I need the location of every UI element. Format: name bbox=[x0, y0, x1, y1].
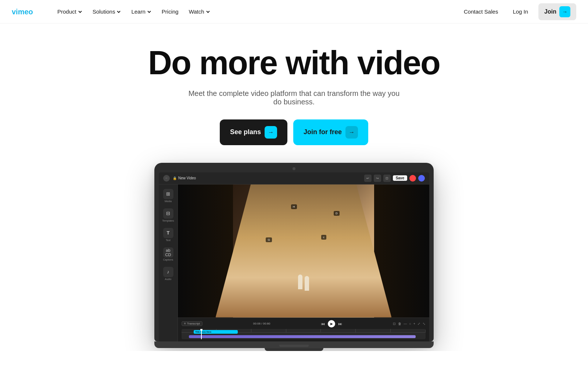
skip-back-button[interactable]: ⏮ bbox=[321, 322, 325, 326]
join-free-arrow-icon: → bbox=[345, 126, 358, 139]
save-button[interactable]: Save bbox=[393, 175, 407, 181]
clip-label: Title Goes Here bbox=[195, 331, 211, 333]
undo-button[interactable]: ↩ bbox=[364, 175, 372, 182]
zoom-out-icon[interactable]: — bbox=[404, 322, 407, 326]
watch-chevron-icon bbox=[206, 10, 210, 14]
join-arrow-icon: → bbox=[559, 6, 570, 17]
playhead-dot bbox=[200, 329, 202, 331]
label-d: D bbox=[334, 211, 340, 216]
zoom-slider[interactable]: ○ bbox=[409, 322, 411, 326]
laptop-hinge bbox=[279, 345, 309, 347]
screen-inner: ← 🔒 New Video ↩ ↪ ⊡ Save bbox=[159, 172, 429, 341]
video-background: H G D c bbox=[178, 184, 429, 318]
play-button[interactable]: ▶ bbox=[328, 320, 335, 327]
camera-dot bbox=[293, 167, 295, 170]
label-h: H bbox=[291, 204, 297, 209]
text-icon: T bbox=[163, 228, 173, 238]
lock-icon: 🔒 bbox=[173, 176, 177, 180]
hero-title: Do more with video bbox=[148, 46, 440, 80]
corridor-inner bbox=[216, 184, 392, 318]
figures bbox=[298, 275, 309, 291]
see-plans-button[interactable]: See plans → bbox=[220, 119, 287, 145]
laptop-base bbox=[154, 341, 434, 348]
media-icon: ⊞ bbox=[163, 189, 173, 199]
laptop-screen: ← 🔒 New Video ↩ ↪ ⊡ Save bbox=[159, 172, 429, 341]
audio-icon: ♪ bbox=[163, 267, 173, 277]
nav-links: Product Solutions Learn Pricing Watch bbox=[53, 6, 459, 18]
logo[interactable]: vimeo bbox=[12, 7, 41, 17]
hero-buttons: See plans → Join for free → bbox=[220, 119, 368, 145]
timeline-right-controls: ⊡ 🗑 — ○ + ⤢ ⤡ bbox=[393, 322, 426, 326]
redo-button[interactable]: ↪ bbox=[374, 175, 381, 182]
nav-right: Contact Sales Log In Join → bbox=[459, 3, 576, 20]
video-canvas: H G D c bbox=[178, 184, 429, 318]
lock-indicator: 🔒 New Video bbox=[173, 176, 196, 180]
hero-section: Do more with video Meet the complete vid… bbox=[0, 24, 588, 351]
captions-tool[interactable]: abCD Captions bbox=[163, 247, 173, 261]
product-chevron-icon bbox=[78, 10, 82, 14]
zoom-in-icon[interactable]: + bbox=[413, 322, 415, 326]
timeline: ≡ Transcript 00:06 / 00:80 ⏮ ▶ ⏭ bbox=[178, 318, 429, 341]
captions-icon: abCD bbox=[163, 247, 173, 258]
templates-tool[interactable]: ⊟ Templates bbox=[162, 208, 174, 222]
join-button[interactable]: Join → bbox=[538, 3, 576, 20]
media-tool[interactable]: ⊞ Media bbox=[163, 189, 173, 203]
transcript-tag[interactable]: ≡ Transcript bbox=[182, 321, 202, 326]
label-g: G bbox=[266, 237, 272, 242]
share-button[interactable]: ⊡ bbox=[383, 175, 391, 182]
fullscreen-icon[interactable]: ⤢ bbox=[417, 322, 420, 326]
delete-icon[interactable]: 🗑 bbox=[398, 322, 401, 326]
screen-sidebar: ⊞ Media ⊟ Templates T Text bbox=[159, 184, 178, 341]
timeline-controls: ⏮ ▶ ⏭ bbox=[321, 320, 342, 327]
profile-button[interactable] bbox=[418, 175, 425, 182]
svg-text:vimeo: vimeo bbox=[12, 7, 33, 15]
figure-2 bbox=[305, 276, 309, 291]
playhead bbox=[201, 329, 202, 339]
text-tool[interactable]: T Text bbox=[163, 228, 173, 241]
timeline-toprow: ≡ Transcript 00:06 / 00:80 ⏮ ▶ ⏭ bbox=[182, 320, 426, 327]
nav-solutions[interactable]: Solutions bbox=[88, 6, 126, 18]
nav-pricing[interactable]: Pricing bbox=[157, 6, 183, 18]
nav-learn[interactable]: Learn bbox=[127, 6, 155, 18]
ruler-mark-4 bbox=[286, 329, 321, 332]
ruler-mark-6 bbox=[356, 329, 391, 332]
ruler-mark-3 bbox=[251, 329, 286, 332]
screen-body: ⊞ Media ⊟ Templates T Text bbox=[159, 184, 429, 341]
ruler-mark-5 bbox=[321, 329, 356, 332]
camera-bar bbox=[159, 167, 429, 170]
more-icon[interactable]: ⤡ bbox=[423, 322, 426, 326]
corridor bbox=[178, 184, 429, 318]
record-button[interactable] bbox=[409, 175, 416, 182]
screen-main: H G D c bbox=[178, 184, 429, 341]
timeline-track: Title Goes Here bbox=[182, 329, 426, 339]
templates-icon: ⊟ bbox=[163, 208, 173, 219]
laptop: ← 🔒 New Video ↩ ↪ ⊡ Save bbox=[154, 163, 434, 351]
figure-1 bbox=[298, 275, 302, 289]
see-plans-arrow-icon: → bbox=[265, 126, 277, 139]
screen-topbar: ← 🔒 New Video ↩ ↪ ⊡ Save bbox=[159, 172, 429, 184]
laptop-body: ← 🔒 New Video ↩ ↪ ⊡ Save bbox=[154, 163, 434, 341]
topbar-right: ↩ ↪ ⊡ Save bbox=[364, 175, 425, 182]
laptop-stand bbox=[265, 348, 323, 351]
laptop-illustration: ← 🔒 New Video ↩ ↪ ⊡ Save bbox=[12, 163, 576, 351]
join-free-button[interactable]: Join for free → bbox=[293, 119, 368, 145]
learn-chevron-icon bbox=[147, 10, 151, 14]
transcript-icon: ≡ bbox=[184, 322, 186, 325]
contact-sales-button[interactable]: Contact Sales bbox=[459, 6, 502, 18]
audio-tool[interactable]: ♪ Audio bbox=[163, 267, 173, 280]
split-icon[interactable]: ⊡ bbox=[393, 322, 396, 326]
label-c: c bbox=[321, 235, 326, 240]
nav-product[interactable]: Product bbox=[53, 6, 87, 18]
nav-watch[interactable]: Watch bbox=[184, 6, 215, 18]
back-button[interactable]: ← bbox=[163, 175, 170, 182]
topbar-left: ← 🔒 New Video bbox=[163, 175, 196, 182]
login-button[interactable]: Log In bbox=[508, 6, 533, 18]
solutions-chevron-icon bbox=[116, 10, 121, 14]
hero-subtitle: Meet the complete video platform that ca… bbox=[184, 89, 404, 106]
timeline-time: 00:06 / 00:80 bbox=[253, 322, 270, 325]
navbar: vimeo Product Solutions Learn Pricing Wa… bbox=[0, 0, 588, 24]
ruler-mark-7 bbox=[391, 329, 426, 332]
skip-forward-button[interactable]: ⏭ bbox=[338, 322, 342, 326]
purple-clip[interactable] bbox=[189, 335, 416, 338]
